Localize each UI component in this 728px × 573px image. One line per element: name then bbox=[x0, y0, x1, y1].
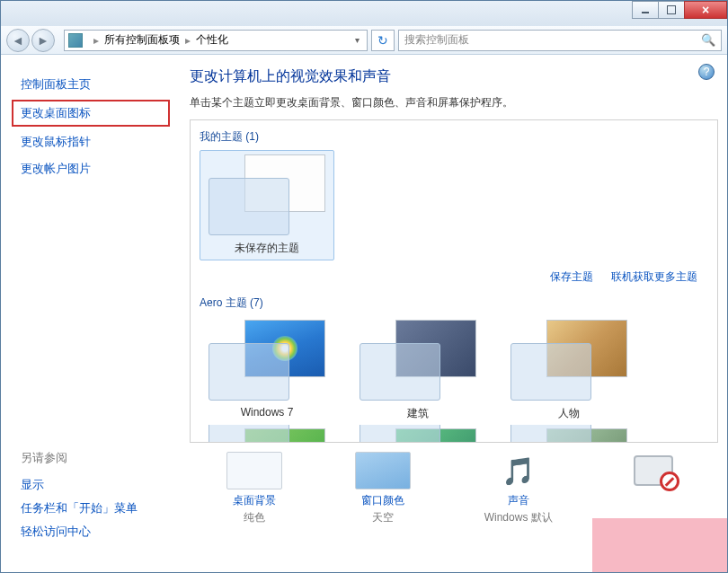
help-icon[interactable]: ? bbox=[698, 64, 715, 80]
sidebar-link-account-picture[interactable]: 更改帐户图片 bbox=[1, 155, 181, 182]
get-more-themes-link[interactable]: 联机获取更多主题 bbox=[611, 269, 697, 285]
address-bar[interactable]: ▸ 所有控制面板项 ▸ 个性化 ▾ bbox=[64, 30, 368, 51]
bottom-settings-bar: 桌面背景 纯色 窗口颜色 天空 🎵 声音 Windows 默认 bbox=[190, 443, 718, 525]
desktop-bg-icon bbox=[226, 452, 282, 489]
theme-thumbnail bbox=[510, 428, 627, 442]
minimize-button[interactable] bbox=[632, 1, 659, 19]
theme-item-unsaved[interactable]: 未保存的主题 bbox=[200, 150, 334, 260]
setting-value: 纯色 bbox=[244, 510, 265, 525]
save-theme-link[interactable]: 保存主题 bbox=[550, 269, 593, 285]
screensaver-setting[interactable] bbox=[626, 452, 681, 525]
page-title: 更改计算机上的视觉效果和声音 bbox=[190, 67, 718, 86]
refresh-button[interactable]: ↻ bbox=[371, 30, 395, 51]
setting-label: 声音 bbox=[508, 493, 529, 508]
search-input[interactable]: 搜索控制面板 🔍 bbox=[398, 30, 722, 51]
see-also-section: 另请参阅 显示 任务栏和「开始」菜单 轻松访问中心 bbox=[1, 450, 181, 556]
theme-item-partial[interactable] bbox=[200, 425, 334, 442]
sidebar-link-desktop-icons[interactable]: 更改桌面图标 bbox=[12, 100, 170, 127]
theme-thumbnail bbox=[360, 320, 476, 401]
control-panel-icon bbox=[68, 33, 83, 48]
address-dropdown-icon[interactable]: ▾ bbox=[351, 35, 363, 45]
page-subtitle: 单击某个主题立即更改桌面背景、窗口颜色、声音和屏幕保护程序。 bbox=[190, 95, 718, 110]
themes-scroll[interactable]: 我的主题 (1) 未保存的主题 保存主题 联机获取更多主题 Aero bbox=[191, 120, 717, 442]
close-button[interactable]: × bbox=[684, 1, 727, 19]
theme-item-windows7[interactable]: Windows 7 bbox=[200, 316, 334, 425]
overlay-block bbox=[592, 518, 727, 572]
group-my-themes: 我的主题 (1) bbox=[200, 129, 708, 145]
theme-item-characters[interactable]: 人物 bbox=[502, 316, 636, 425]
theme-name: 人物 bbox=[558, 406, 580, 421]
search-placeholder: 搜索控制面板 bbox=[404, 32, 469, 48]
main-content: ? 更改计算机上的视觉效果和声音 单击某个主题立即更改桌面背景、窗口颜色、声音和… bbox=[181, 55, 727, 572]
theme-thumbnail bbox=[209, 154, 325, 235]
setting-label: 窗口颜色 bbox=[361, 493, 404, 508]
back-button[interactable]: ◄ bbox=[6, 29, 30, 52]
screensaver-icon bbox=[626, 452, 681, 489]
themes-panel: 我的主题 (1) 未保存的主题 保存主题 联机获取更多主题 Aero bbox=[190, 119, 718, 443]
personalization-window: × ◄ ► ▸ 所有控制面板项 ▸ 个性化 ▾ ↻ 搜索控制面板 🔍 控制面板主… bbox=[0, 0, 728, 573]
breadcrumb-sep: ▸ bbox=[93, 34, 99, 47]
window-buttons: × bbox=[633, 1, 727, 19]
maximize-button[interactable] bbox=[658, 1, 685, 19]
sound-setting[interactable]: 🎵 声音 Windows 默认 bbox=[484, 452, 553, 525]
window-color-setting[interactable]: 窗口颜色 天空 bbox=[355, 452, 411, 525]
theme-name: 建筑 bbox=[407, 406, 429, 421]
theme-actions: 保存主题 联机获取更多主题 bbox=[200, 269, 697, 285]
breadcrumb-item[interactable]: 个性化 bbox=[196, 32, 228, 48]
sidebar-link-mouse-pointers[interactable]: 更改鼠标指针 bbox=[1, 128, 181, 155]
setting-value: 天空 bbox=[372, 510, 394, 525]
theme-thumbnail bbox=[209, 428, 325, 442]
see-also-ease-of-access[interactable]: 轻松访问中心 bbox=[21, 520, 161, 543]
see-also-display[interactable]: 显示 bbox=[21, 473, 161, 497]
sidebar-link-home[interactable]: 控制面板主页 bbox=[1, 71, 181, 98]
search-icon[interactable]: 🔍 bbox=[701, 33, 715, 47]
see-also-taskbar[interactable]: 任务栏和「开始」菜单 bbox=[21, 497, 161, 520]
titlebar: × bbox=[1, 1, 727, 26]
theme-thumbnail bbox=[510, 320, 627, 401]
theme-thumbnail bbox=[209, 320, 325, 401]
theme-thumbnail bbox=[360, 428, 476, 442]
theme-name: 未保存的主题 bbox=[235, 241, 299, 256]
group-aero-themes: Aero 主题 (7) bbox=[200, 295, 708, 311]
theme-name: Windows 7 bbox=[241, 406, 294, 419]
setting-value: Windows 默认 bbox=[484, 510, 553, 525]
breadcrumb-sep: ▸ bbox=[185, 34, 191, 47]
theme-item-partial[interactable] bbox=[351, 425, 485, 442]
breadcrumb-item[interactable]: 所有控制面板项 bbox=[104, 32, 180, 48]
sound-icon: 🎵 bbox=[491, 452, 546, 489]
see-also-heading: 另请参阅 bbox=[21, 450, 161, 466]
forward-button[interactable]: ► bbox=[31, 29, 55, 52]
sidebar: 控制面板主页 更改桌面图标 更改鼠标指针 更改帐户图片 另请参阅 显示 任务栏和… bbox=[1, 55, 181, 572]
theme-item-architecture[interactable]: 建筑 bbox=[351, 316, 485, 425]
desktop-background-setting[interactable]: 桌面背景 纯色 bbox=[226, 452, 282, 525]
theme-item-partial[interactable] bbox=[502, 425, 636, 442]
setting-label: 桌面背景 bbox=[233, 493, 276, 508]
navbar: ◄ ► ▸ 所有控制面板项 ▸ 个性化 ▾ ↻ 搜索控制面板 🔍 bbox=[1, 26, 727, 55]
window-color-icon bbox=[355, 452, 411, 489]
